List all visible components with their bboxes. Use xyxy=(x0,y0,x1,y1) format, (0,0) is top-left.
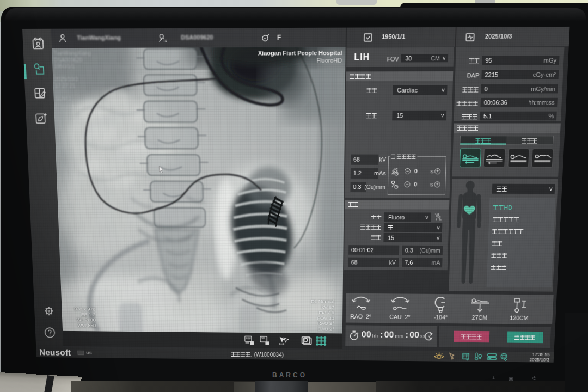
svg-text:REC: REC xyxy=(164,39,167,42)
svg-text:REF: REF xyxy=(246,337,251,340)
svg-text:SM: SM xyxy=(261,337,265,340)
